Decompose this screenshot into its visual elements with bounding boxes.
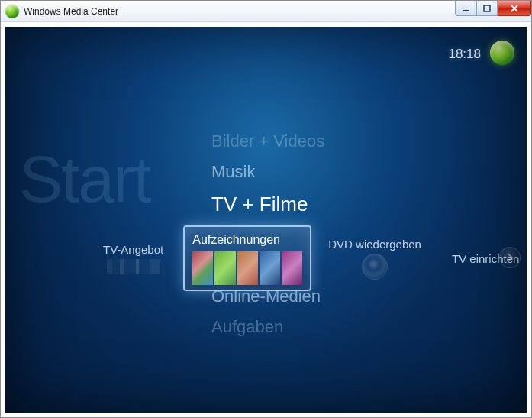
close-button[interactable] — [498, 1, 531, 16]
tile-label: DVD wiedergeben — [328, 238, 421, 251]
maximize-button[interactable] — [476, 1, 498, 16]
window-controls — [455, 1, 531, 16]
close-icon — [510, 5, 519, 12]
window-title: Windows Media Center — [24, 6, 118, 17]
svg-rect-0 — [463, 10, 469, 11]
app-window: Windows Media Center 18:18 Start Bilder … — [0, 0, 532, 418]
horizontal-row: TV-Angebot Aufzeichnungen DVD wiedergebe… — [5, 224, 527, 293]
clock: 18:18 — [448, 47, 481, 62]
tile-tv-guide[interactable]: TV-Angebot — [103, 243, 163, 274]
titlebar[interactable]: Windows Media Center — [1, 1, 531, 22]
chevron-right-icon — [506, 253, 514, 262]
svg-rect-1 — [484, 5, 490, 11]
menu-item-music[interactable]: Musik — [211, 157, 324, 187]
tile-dvd-play[interactable]: DVD wiedergeben — [328, 238, 421, 280]
media-center-logo-icon[interactable] — [490, 41, 514, 65]
media-center-surface: 18:18 Start Bilder + Videos Musik TV + F… — [5, 27, 527, 413]
app-icon — [5, 5, 19, 18]
menu-item-tasks[interactable]: Aufgaben — [211, 312, 324, 342]
tile-label: TV-Angebot — [103, 243, 163, 256]
start-watermark: Start — [19, 141, 150, 217]
scroll-right-button[interactable] — [499, 247, 521, 268]
disc-icon — [362, 254, 388, 280]
minimize-button[interactable] — [455, 1, 476, 16]
tv-guide-thumb-icon — [107, 259, 160, 274]
tile-recordings[interactable]: Aufzeichnungen — [183, 225, 311, 291]
client-area: 18:18 Start Bilder + Videos Musik TV + F… — [1, 22, 531, 417]
maximize-icon — [483, 5, 491, 12]
minimize-icon — [462, 5, 469, 12]
menu-item-tv-movies[interactable]: TV + Filme — [211, 187, 324, 222]
tile-label: Aufzeichnungen — [192, 233, 302, 247]
menu-item-pictures-videos[interactable]: Bilder + Videos — [211, 126, 324, 157]
recordings-thumbstrip-icon — [192, 251, 302, 285]
